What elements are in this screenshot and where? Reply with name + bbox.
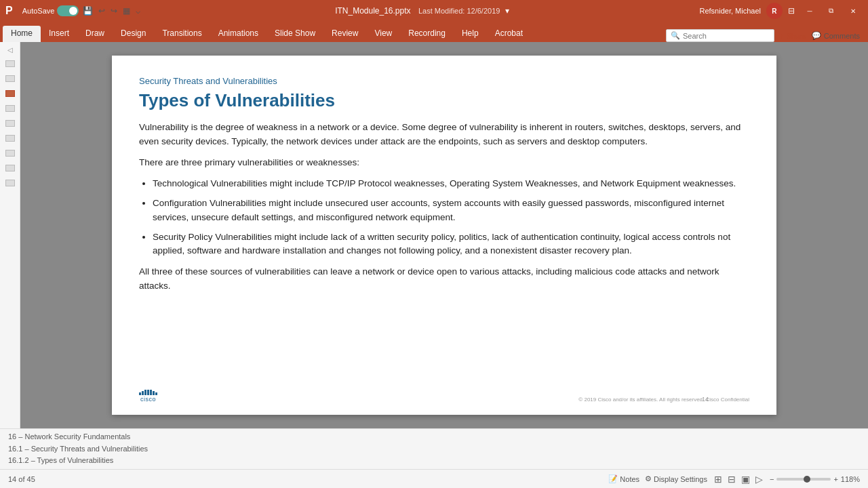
- share-area: 🔍 ↑ Share 💬 Comments: [660, 29, 865, 42]
- panel-collapse-btn[interactable]: ◁: [7, 46, 13, 54]
- autosave-label: AutoSave: [22, 7, 55, 15]
- thumbnail-indicator-2: [5, 75, 15, 82]
- thumbnail-indicator-active: [5, 90, 15, 97]
- breadcrumb-2: 16.1 – Security Threats and Vulnerabilit…: [8, 443, 860, 455]
- thumbnail-indicator-9: [5, 180, 15, 186]
- slide-intro: Vulnerability is the degree of weakness …: [139, 121, 749, 149]
- title-bar-right: Refsnider, Michael R ⊟ ─ ⧉ ✕: [699, 3, 863, 19]
- slide-container[interactable]: Security Threats and Vulnerabilities Typ…: [112, 56, 776, 415]
- thumbnail-indicator-7: [5, 150, 15, 157]
- bar5: [150, 390, 152, 395]
- zoom-percent-label: 118%: [841, 475, 860, 483]
- tab-help[interactable]: Help: [454, 26, 487, 42]
- tab-recording[interactable]: Recording: [400, 26, 454, 42]
- bullet-3: Security Policy Vulnerabilities might in…: [153, 230, 749, 259]
- toggle-knob: [69, 7, 77, 15]
- cisco-logo-text: cisco: [140, 396, 156, 403]
- share-icon: ↑: [780, 32, 784, 40]
- more-icon[interactable]: ⌵: [134, 5, 142, 17]
- bottom-right: 📝 Notes ⚙ Display Settings ⊞ ⊟ ▣ ▷ − + 1…: [608, 472, 860, 486]
- cisco-bars-icon: [139, 390, 157, 395]
- slide-subtitle: Security Threats and Vulnerabilities: [139, 76, 749, 86]
- tab-home[interactable]: Home: [3, 26, 41, 42]
- zoom-out-icon[interactable]: −: [770, 475, 774, 483]
- bullet-1: Technological Vulnerabilities might incl…: [153, 177, 749, 191]
- tab-draw[interactable]: Draw: [77, 26, 113, 42]
- reading-view-button[interactable]: ▣: [740, 472, 751, 486]
- zoom-thumb: [804, 476, 810, 483]
- search-icon: 🔍: [671, 31, 680, 40]
- bar1: [139, 392, 141, 395]
- display-settings-button[interactable]: ⚙ Display Settings: [645, 474, 707, 483]
- slide-count: 14 of 45: [8, 475, 35, 483]
- close-button[interactable]: ✕: [844, 4, 863, 18]
- slide-bullets-list: Technological Vulnerabilities might incl…: [153, 177, 749, 259]
- redo-icon[interactable]: ↪: [109, 5, 119, 17]
- slide-title: Types of Vulnerabilities: [139, 90, 749, 111]
- bar2: [142, 391, 144, 395]
- left-panel: ◁: [0, 42, 20, 428]
- tab-review[interactable]: Review: [323, 26, 366, 42]
- user-avatar[interactable]: R: [766, 3, 783, 19]
- comments-button[interactable]: 💬 Comments: [812, 31, 860, 40]
- share-button[interactable]: ↑ Share: [780, 32, 806, 40]
- bottom-bar: 14 of 45 📝 Notes ⚙ Display Settings ⊞ ⊟ …: [0, 469, 868, 488]
- slideshow-button[interactable]: ▷: [754, 472, 764, 486]
- status-bar: 16 – Network Security Fundamentals 16.1 …: [0, 428, 868, 469]
- tab-animations[interactable]: Animations: [210, 26, 267, 42]
- restore-button[interactable]: ⧉: [822, 4, 841, 18]
- slide-area: Security Threats and Vulnerabilities Typ…: [20, 42, 868, 428]
- tab-acrobat[interactable]: Acrobat: [487, 26, 531, 42]
- zoom-track[interactable]: [776, 478, 831, 481]
- title-bar-center: ITN_Module_16.pptx Last Modified: 12/6/2…: [335, 6, 509, 16]
- tab-insert[interactable]: Insert: [41, 26, 77, 42]
- notes-label: Notes: [620, 475, 639, 483]
- notes-button[interactable]: 📝 Notes: [608, 474, 639, 483]
- app-logo-icon: P: [5, 5, 13, 17]
- filename-label: ITN_Module_16.pptx: [335, 6, 410, 16]
- user-initials: R: [772, 7, 776, 15]
- slide-layout-icon[interactable]: ▦: [121, 5, 132, 17]
- view-buttons: ⊞ ⊟ ▣ ▷: [713, 472, 764, 486]
- bullet-2: Configuration Vulnerabilities might incl…: [153, 197, 749, 225]
- slide-three-primary: There are three primary vulnerabilities …: [139, 156, 749, 170]
- zoom-control[interactable]: − + 118%: [770, 475, 860, 483]
- thumbnail-indicator-6: [5, 135, 15, 142]
- display-icon: ⚙: [645, 474, 652, 483]
- ribbon-toggle-icon[interactable]: ⊟: [788, 6, 795, 16]
- thumbnail-indicator-1: [5, 60, 15, 67]
- slide-sorter-button[interactable]: ⊟: [726, 472, 737, 486]
- title-bar: P AutoSave 💾 ↩ ↪ ▦ ⌵ ITN_Module_16.pptx …: [0, 0, 868, 22]
- search-input[interactable]: [683, 32, 751, 40]
- minimize-button[interactable]: ─: [800, 4, 819, 18]
- window-controls: ─ ⧉ ✕: [800, 4, 863, 18]
- slide-page-number: 14: [702, 396, 709, 403]
- ribbon-tab-bar: Home Insert Draw Design Transitions Anim…: [0, 22, 868, 42]
- tab-slideshow[interactable]: Slide Show: [267, 26, 323, 42]
- quick-access-toolbar: AutoSave 💾 ↩ ↪ ▦ ⌵: [20, 5, 145, 17]
- slide-summary: All three of these sources of vulnerabil…: [139, 265, 749, 293]
- tab-design[interactable]: Design: [113, 26, 154, 42]
- slide-copyright: © 2019 Cisco and/or its affiliates. All …: [578, 396, 749, 403]
- display-label: Display Settings: [654, 475, 707, 483]
- search-bar[interactable]: 🔍: [666, 29, 774, 42]
- breadcrumb-3: 16.1.2 – Types of Vulnerabilities: [8, 455, 860, 467]
- normal-view-button[interactable]: ⊞: [713, 472, 724, 486]
- zoom-in-icon[interactable]: +: [833, 475, 837, 483]
- comments-label: Comments: [824, 32, 860, 40]
- tab-view[interactable]: View: [366, 26, 400, 42]
- bar7: [155, 392, 157, 395]
- slide-body: Vulnerability is the degree of weakness …: [139, 121, 749, 293]
- breadcrumb-1: 16 – Network Security Fundamentals: [8, 431, 860, 443]
- tab-transitions[interactable]: Transitions: [154, 26, 210, 42]
- save-icon[interactable]: 💾: [81, 5, 94, 17]
- down-arrow-icon[interactable]: ▾: [505, 6, 509, 16]
- share-label: Share: [786, 32, 806, 40]
- undo-icon[interactable]: ↩: [97, 5, 106, 17]
- bar4: [147, 390, 149, 395]
- notes-icon: 📝: [608, 474, 618, 483]
- main-area: ◁ Security Threats and Vulnerabilities T…: [0, 42, 868, 428]
- autosave-toggle[interactable]: [57, 5, 79, 16]
- thumbnail-indicator-4: [5, 105, 15, 112]
- title-bar-left: P AutoSave 💾 ↩ ↪ ▦ ⌵: [5, 5, 144, 17]
